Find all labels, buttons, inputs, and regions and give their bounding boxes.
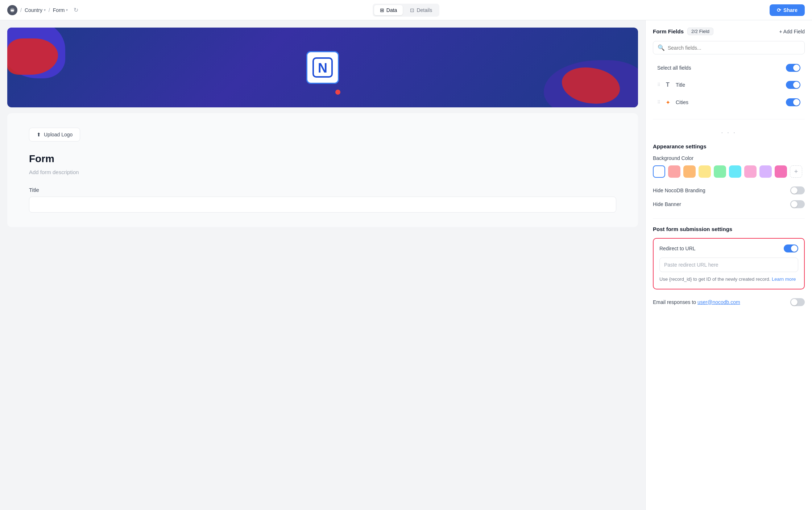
field-row-title: ⠿ T Title xyxy=(653,77,805,93)
hide-banner-toggle[interactable] xyxy=(790,200,805,208)
hide-branding-row: Hide NocoDB Branding xyxy=(653,184,805,197)
post-submission-section: Post form submission settings Redirect t… xyxy=(653,226,805,309)
topbar-right: ⟳ Share xyxy=(439,4,805,16)
drag-handle-title[interactable]: ⠿ xyxy=(657,82,660,87)
details-tab-icon: ⊡ xyxy=(410,7,414,13)
form-edit-card: ⬆ Upload Logo Form Add form description … xyxy=(7,113,638,227)
tab-details[interactable]: ⊡ Details xyxy=(404,5,438,15)
redirect-hint-text: Use {record_id} to get ID of the newly c… xyxy=(659,276,770,282)
topbar: / Country ▾ / Form ▾ ↻ ⊞ Data ⊡ Details … xyxy=(0,0,812,20)
swatch-green[interactable] xyxy=(714,165,726,178)
refresh-icon[interactable]: ↻ xyxy=(74,7,78,13)
appearance-title: Appearance settings xyxy=(653,143,805,149)
select-all-label: Select all fields xyxy=(657,65,786,71)
chevron-down-icon: ▾ xyxy=(44,8,46,12)
redirect-url-input[interactable] xyxy=(659,258,798,272)
search-fields-input[interactable] xyxy=(668,45,800,51)
drag-handle-cities[interactable]: ⠿ xyxy=(657,100,660,105)
title-field-label: Title xyxy=(29,187,616,193)
swatch-add-custom[interactable]: + xyxy=(790,165,802,178)
breadcrumb-form[interactable]: Form ▾ xyxy=(53,7,68,13)
tab-details-label: Details xyxy=(417,7,432,13)
redirect-hint: Use {record_id} to get ID of the newly c… xyxy=(659,276,798,283)
field-title-toggle[interactable] xyxy=(786,81,800,89)
hide-banner-label: Hide Banner xyxy=(653,201,681,207)
data-tab-icon: ⊞ xyxy=(380,7,384,13)
hide-banner-row: Hide Banner xyxy=(653,197,805,211)
form-preview-area: N ⬆ Upload Logo Form Add form descriptio… xyxy=(0,20,645,510)
email-toggle[interactable] xyxy=(790,298,805,306)
redirect-to-url-card: Redirect to URL Use {record_id} to get I… xyxy=(653,238,805,289)
redirect-label: Redirect to URL xyxy=(659,246,696,251)
swatch-orange[interactable] xyxy=(683,165,696,178)
app-logo[interactable] xyxy=(7,5,17,15)
breadcrumb-country[interactable]: Country ▾ xyxy=(25,7,46,13)
chevron-down-icon-2: ▾ xyxy=(66,8,68,12)
swatch-rose[interactable] xyxy=(744,165,757,178)
share-icon: ⟳ xyxy=(777,7,781,13)
post-submission-title: Post form submission settings xyxy=(653,226,805,232)
email-label-text: Email responses to xyxy=(653,299,696,305)
upload-logo-button[interactable]: ⬆ Upload Logo xyxy=(29,128,80,141)
breadcrumb-sep-2: / xyxy=(49,7,50,13)
breadcrumb-form-label: Form xyxy=(53,7,65,13)
email-label: Email responses to user@nocodb.com xyxy=(653,299,740,305)
svg-rect-1 xyxy=(11,9,14,11)
fields-count-badge: 2/2 Field xyxy=(687,28,713,35)
swatch-hot-pink[interactable] xyxy=(775,165,787,178)
breadcrumb-sep-1: / xyxy=(20,7,22,13)
text-type-icon: T xyxy=(663,81,672,89)
section-divider-dots: · · · xyxy=(653,129,805,136)
hide-branding-label: Hide NocoDB Branding xyxy=(653,188,705,193)
link-type-icon: ✦ xyxy=(663,98,672,107)
appearance-section: Appearance settings Background Color + H… xyxy=(653,143,805,219)
share-button[interactable]: ⟳ Share xyxy=(770,4,805,16)
nocodb-banner-logo: N xyxy=(306,51,339,84)
swatch-pink[interactable] xyxy=(668,165,680,178)
add-field-label: + Add Field xyxy=(779,29,805,34)
main-layout: N ⬆ Upload Logo Form Add form descriptio… xyxy=(0,20,812,510)
select-all-row: Select all fields xyxy=(653,60,805,75)
tab-data-label: Data xyxy=(386,7,397,13)
learn-more-link[interactable]: Learn more xyxy=(772,276,796,282)
redirect-toggle[interactable] xyxy=(784,244,798,252)
swatch-cyan[interactable] xyxy=(729,165,741,178)
title-field-input[interactable] xyxy=(29,197,616,213)
fields-header-left: Form Fields 2/2 Field xyxy=(653,28,713,35)
field-name-title: Title xyxy=(676,82,786,88)
tab-data[interactable]: ⊞ Data xyxy=(374,5,403,15)
form-fields-section: Form Fields 2/2 Field + Add Field 🔍 Sele… xyxy=(653,28,805,119)
banner-dot xyxy=(335,90,340,95)
email-responses-row: Email responses to user@nocodb.com xyxy=(653,295,805,309)
svg-text:N: N xyxy=(318,61,327,75)
form-name-heading[interactable]: Form xyxy=(29,153,616,165)
add-field-button[interactable]: + Add Field xyxy=(779,29,805,34)
search-icon: 🔍 xyxy=(658,44,665,51)
share-label: Share xyxy=(783,7,798,13)
form-banner: N xyxy=(7,28,638,107)
bg-color-label: Background Color xyxy=(653,155,805,161)
form-fields-title: Form Fields xyxy=(653,28,684,34)
hide-branding-toggle[interactable] xyxy=(790,186,805,194)
swatch-yellow[interactable] xyxy=(699,165,711,178)
redirect-header: Redirect to URL xyxy=(659,244,798,252)
form-description-placeholder[interactable]: Add form description xyxy=(29,169,616,175)
select-all-toggle[interactable] xyxy=(786,64,800,72)
settings-sidebar: Form Fields 2/2 Field + Add Field 🔍 Sele… xyxy=(645,20,812,510)
upload-icon: ⬆ xyxy=(37,132,41,137)
swatch-purple[interactable] xyxy=(759,165,772,178)
upload-logo-label: Upload Logo xyxy=(44,132,72,137)
field-cities-toggle[interactable] xyxy=(786,98,800,106)
search-fields-box[interactable]: 🔍 xyxy=(653,41,805,54)
tab-bar: ⊞ Data ⊡ Details xyxy=(373,4,439,17)
topbar-left: / Country ▾ / Form ▾ ↻ xyxy=(7,5,373,15)
field-name-cities: Cities xyxy=(676,99,786,105)
breadcrumb-country-label: Country xyxy=(25,7,42,13)
color-swatches: + xyxy=(653,165,805,178)
form-fields-header: Form Fields 2/2 Field + Add Field xyxy=(653,28,805,35)
field-row-cities: ⠿ ✦ Cities xyxy=(653,94,805,110)
swatch-white[interactable] xyxy=(653,165,665,178)
email-link[interactable]: user@nocodb.com xyxy=(697,299,740,305)
